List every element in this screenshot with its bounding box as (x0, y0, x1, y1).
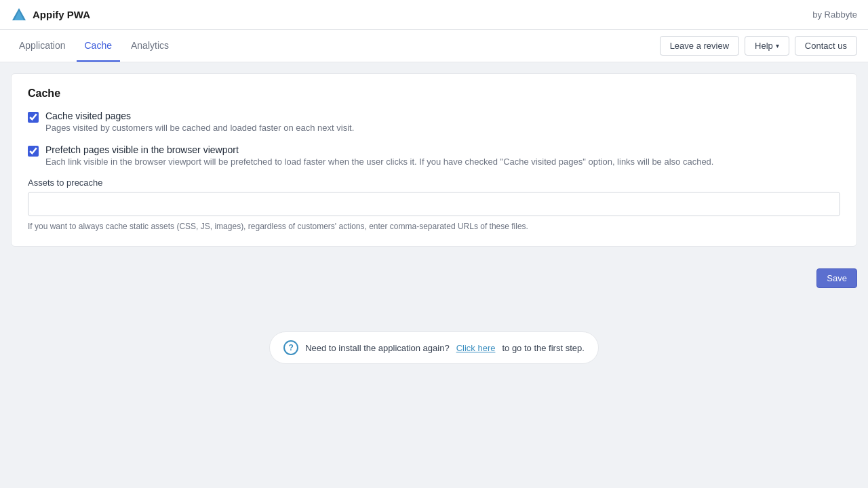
prefetch-desc: Each link visible in the browser viewpor… (45, 155, 713, 169)
nav-actions: Leave a review Help ▾ Contact us (660, 36, 857, 56)
assets-precache-label: Assets to precache (28, 178, 840, 188)
cache-card: Cache Cache visited pages Pages visited … (11, 73, 857, 247)
nav-tabs: Application Cache Analytics (11, 30, 177, 62)
cache-visited-checkbox[interactable] (28, 112, 39, 123)
prefetch-checkbox[interactable] (28, 146, 39, 157)
save-button[interactable]: Save (816, 268, 857, 288)
cache-card-title: Cache (28, 87, 840, 100)
cache-visited-desc: Pages visited by customers will be cache… (45, 121, 354, 135)
tab-analytics[interactable]: Analytics (123, 30, 177, 62)
assets-precache-group: Assets to precache If you want to always… (28, 178, 840, 232)
save-row: Save (0, 268, 868, 288)
contact-us-button[interactable]: Contact us (795, 36, 857, 56)
topbar: Appify PWA by Rabbyte (0, 0, 868, 30)
leave-review-button[interactable]: Leave a review (660, 36, 739, 56)
by-label: by Rabbyte (812, 9, 857, 20)
info-icon: ? (283, 340, 298, 355)
help-button[interactable]: Help ▾ (745, 36, 789, 56)
cache-visited-content: Cache visited pages Pages visited by cus… (45, 110, 354, 135)
info-text-before: Need to install the application again? (305, 343, 449, 353)
prefetch-label[interactable]: Prefetch pages visible in the browser vi… (45, 144, 239, 155)
topbar-left: Appify PWA (11, 7, 90, 23)
main-content: Cache Cache visited pages Pages visited … (0, 62, 868, 268)
app-logo-icon (11, 7, 27, 23)
chevron-down-icon: ▾ (776, 42, 779, 49)
navbar: Application Cache Analytics Leave a revi… (0, 30, 868, 62)
info-banner-inner: ? Need to install the application again?… (269, 331, 599, 364)
cache-visited-label[interactable]: Cache visited pages (45, 110, 131, 121)
assets-precache-hint: If you want to always cache static asset… (28, 220, 840, 232)
info-text-after: to go to the first step. (502, 343, 584, 353)
assets-precache-input[interactable] (28, 192, 840, 216)
app-title: Appify PWA (33, 9, 90, 20)
tab-application[interactable]: Application (11, 30, 74, 62)
prefetch-row: Prefetch pages visible in the browser vi… (28, 144, 840, 169)
info-banner: ? Need to install the application again?… (0, 304, 868, 391)
prefetch-content: Prefetch pages visible in the browser vi… (45, 144, 713, 169)
cache-visited-row: Cache visited pages Pages visited by cus… (28, 110, 840, 135)
click-here-link[interactable]: Click here (456, 343, 496, 353)
tab-cache[interactable]: Cache (77, 30, 120, 62)
